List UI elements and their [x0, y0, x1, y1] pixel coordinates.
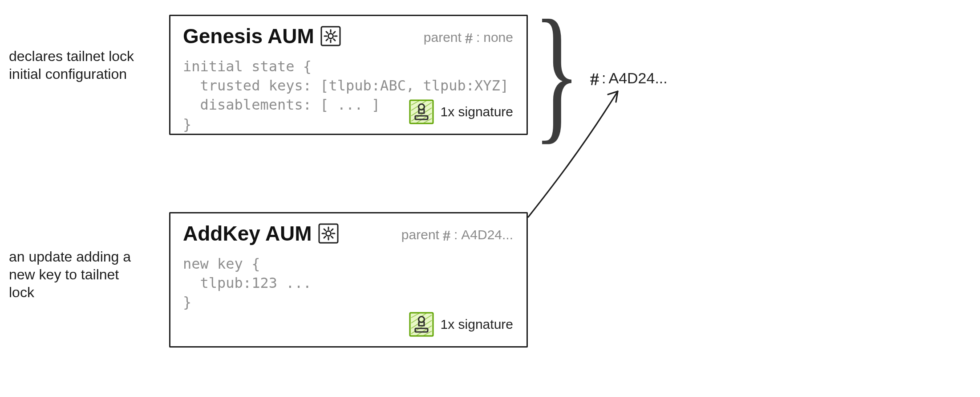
genesis-parent-label: parent #: none	[424, 29, 513, 45]
diagram-canvas: declares tailnet lock initial configurat…	[0, 0, 980, 397]
genesis-signature-label: 1x signature	[441, 104, 513, 119]
annotation-addkey: an update adding a new key to tailnet lo…	[9, 248, 151, 301]
genesis-title: Genesis AUM	[183, 24, 314, 48]
genesis-aum-box: Genesis AUM	[169, 15, 528, 135]
addkey-aum-box: AddKey AUM	[169, 212, 528, 348]
hash-icon: #	[465, 30, 473, 47]
gear-icon	[320, 26, 341, 46]
hash-result-label: #: A4D24...	[590, 67, 668, 88]
addkey-signature-label: 1x signature	[441, 317, 513, 332]
hash-icon: #	[443, 227, 450, 244]
stamp-icon	[409, 99, 434, 125]
genesis-parent-value: none	[483, 30, 513, 45]
hash-result-value: A4D24...	[608, 70, 667, 87]
annotation-addkey-text: an update adding a new key to tailnet lo…	[9, 249, 131, 300]
addkey-parent-prefix: parent	[401, 227, 439, 242]
genesis-parent-prefix: parent	[424, 30, 462, 45]
genesis-signature-row: 1x signature	[409, 99, 513, 125]
gear-icon	[318, 223, 339, 244]
annotation-genesis-text: declares tailnet lock initial configurat…	[9, 48, 134, 82]
addkey-parent-value: A4D24...	[461, 227, 513, 242]
addkey-title: AddKey AUM	[183, 221, 312, 246]
stamp-icon	[409, 311, 434, 337]
annotation-genesis: declares tailnet lock initial configurat…	[9, 47, 151, 83]
addkey-signature-row: 1x signature	[409, 311, 513, 337]
addkey-code: new key { tlpub:123 ... }	[183, 254, 514, 312]
brace-icon: }	[533, 0, 580, 149]
hash-icon: #	[590, 69, 599, 90]
addkey-parent-label: parent #: A4D24...	[401, 226, 513, 243]
